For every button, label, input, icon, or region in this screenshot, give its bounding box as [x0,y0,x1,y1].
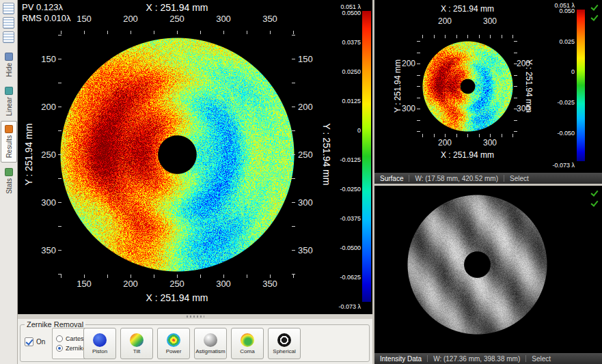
checkmark-icon [25,337,33,346]
tick-mark [84,275,85,278]
tick-mark [417,131,420,132]
y-tick-label: 300 [41,197,56,208]
tick-mark [292,154,295,155]
zernike-button-piston[interactable]: Piston [83,328,116,359]
surface-map-canvas[interactable] [59,37,295,272]
tick-mark [514,53,517,53]
x-axis-label-top: X : 251.94 mm [146,2,208,13]
tick-mark [292,83,295,83]
tick-mark [445,134,446,137]
cursor-position-readout: W: (127.36 mm, 398.38 mm) [428,355,525,363]
tick-mark [58,226,61,227]
zernike-button-label: Spherical [273,348,295,354]
document-icon[interactable] [3,3,14,14]
colorbar-tick-label: -0.0250 [340,186,361,193]
tick-mark [417,41,420,42]
checkbox-icon [25,337,33,346]
y-tick-label: 250 [41,150,56,160]
tick-mark [58,274,61,275]
tick-mark [512,35,513,38]
tick-mark [502,134,502,137]
tick-mark [154,31,154,34]
sidebar-icon-strip [0,3,17,43]
zernike-button-tilt[interactable]: Tilt [120,328,153,359]
x-tick-label: 250 [169,279,184,289]
tick-mark [445,35,446,38]
x-axis-label-top: X : 251.94 mm [441,4,494,14]
tick-mark [107,275,108,278]
y-tick-label: 150 [41,54,56,64]
colorbar-tick-label: 0.0125 [342,98,361,104]
surface-thumbnail-canvas[interactable] [422,40,513,132]
tick-mark [270,31,271,34]
tick-mark [247,31,247,34]
y-tick-label: 300 [517,104,530,113]
colorbar-tick-label: -0.0625 [340,274,361,281]
tick-mark [417,109,420,109]
tick-mark [58,130,61,131]
select-tool-button[interactable]: Select [504,175,534,182]
zernike-button-power[interactable]: Power [157,328,190,359]
zernike-button-spherical[interactable]: Spherical [268,328,301,359]
sidebar-tab-results[interactable]: Results [1,121,17,162]
tick-mark [514,86,517,87]
colorbar-tick-label: -0.0125 [340,156,361,163]
tick-mark [292,107,295,107]
results-icon [5,125,13,133]
tick-mark [223,275,224,278]
status-panel-title: Intensity Data [374,355,427,363]
horizontal-splitter[interactable] [18,314,372,319]
x-tick-label: 300 [216,14,231,24]
spherical-icon [277,333,291,347]
zernike-button-coma[interactable]: Coma [231,328,264,359]
select-tool-button[interactable]: Select [526,355,556,363]
y-tick-label: 350 [298,245,313,255]
tick-mark [514,64,517,64]
tick-mark [502,35,502,38]
piston-icon [93,333,107,347]
checkmark-icon[interactable] [590,188,599,198]
folder-icon[interactable] [3,17,14,29]
intensity-data-canvas[interactable] [407,194,547,335]
y-tick-label: 250 [298,150,313,160]
tick-mark [61,31,61,34]
zernike-term-buttons: PistonTiltPowerAstigmatismComaSpherical [83,328,301,359]
tick-mark [456,134,457,137]
colorbar-tick-label: 0.0250 [342,68,361,75]
sidebar-tab-linear[interactable]: Linear [1,83,17,120]
tick-mark [61,275,61,278]
tick-mark [514,41,517,42]
colorbar-tick-label: 0 [357,127,361,134]
x-tick-label: 300 [483,16,497,26]
checkmark-icon[interactable] [590,13,599,23]
x-tick-label: 200 [123,279,138,289]
sidebar-tab-hide[interactable]: Hide [1,48,17,81]
tick-mark [200,31,201,34]
status-panel-title: Surface [374,175,409,182]
zernike-button-astigmatism[interactable]: Astigmatism [194,328,227,359]
save-icon[interactable] [3,31,14,43]
tick-mark [479,35,480,38]
checkmark-icon[interactable] [590,199,599,208]
checkmark-icon[interactable] [590,3,599,12]
tick-mark [490,134,491,137]
sidebar-tab-strip: HideLinearResultsStats [0,48,17,198]
tick-mark [422,134,423,137]
x-tick-label: 350 [262,14,277,24]
tick-mark [293,275,294,278]
colorbar-tick-label: -0.0375 [340,215,361,222]
sidebar-tab-stats[interactable]: Stats [1,164,17,198]
on-checkbox-label: On [36,338,45,346]
tilt-icon [130,333,143,347]
sidebar-tab-label: Stats [5,178,13,194]
tick-mark [131,31,131,34]
x-tick-label: 300 [216,279,231,289]
tick-mark [479,134,480,137]
y-tick-label: 150 [298,54,313,64]
colorbar-min-label: -0.073 λ [552,162,575,169]
zernike-button-label: Piston [92,348,107,354]
power-icon [167,333,180,347]
on-checkbox[interactable]: On [25,337,45,346]
colorbar-tick-label: 0.0500 [342,10,361,16]
radio-icon [56,335,63,342]
